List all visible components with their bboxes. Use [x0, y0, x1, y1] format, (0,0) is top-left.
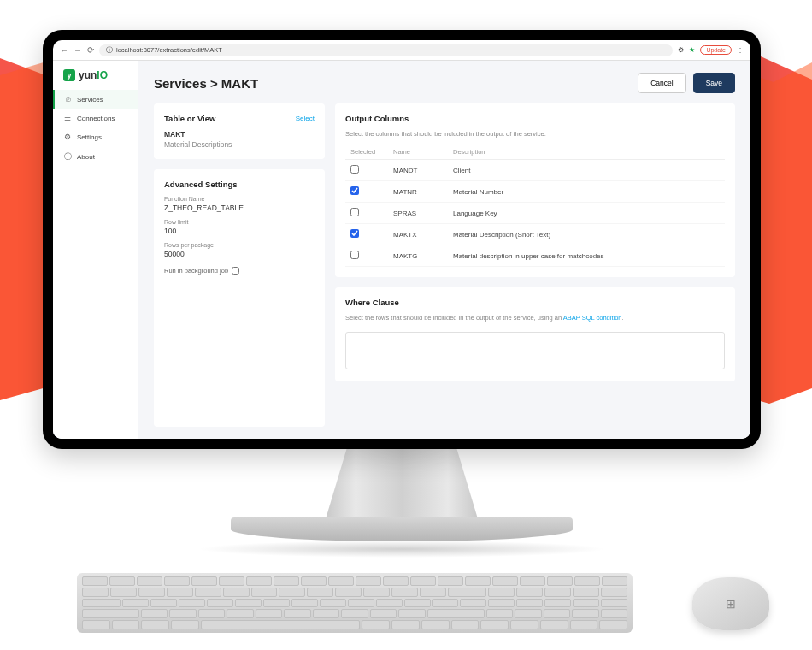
column-desc: Client	[448, 160, 725, 181]
column-desc: Material Description (Short Text)	[448, 224, 725, 245]
output-columns-card: Output Columns Select the columns that s…	[335, 103, 735, 277]
th-desc: Description	[448, 145, 725, 160]
run-background-row[interactable]: Run in background job	[164, 267, 315, 275]
columns-table: Selected Name Description MANDTClientMAT…	[345, 145, 725, 267]
rpp-value: 50000	[164, 250, 315, 258]
monitor-frame: ← → ⟳ ⓘ localhost:8077/extractions/edit/…	[43, 30, 761, 449]
sidebar-item-label: Settings	[77, 133, 102, 141]
rowlimit-value: 100	[164, 227, 315, 235]
logo: y yunIO	[53, 61, 138, 90]
table-name: MAKT	[164, 130, 315, 139]
about-icon: ⓘ	[63, 151, 72, 162]
column-name: MANDT	[388, 160, 448, 181]
url-bar[interactable]: ⓘ localhost:8077/extractions/edit/MAKT	[99, 44, 673, 56]
star-icon[interactable]: ★	[689, 46, 695, 54]
run-background-checkbox[interactable]	[232, 267, 239, 275]
menu-icon[interactable]: ⋮	[737, 46, 744, 54]
function-value: Z_THEO_READ_TABLE	[164, 204, 315, 212]
monitor-shadow	[197, 541, 607, 558]
card-subtitle: Select the columns that should be includ…	[345, 130, 725, 138]
info-icon: ⓘ	[106, 46, 113, 55]
logo-icon: y	[63, 69, 75, 81]
abap-sql-link[interactable]: ABAP SQL condition	[563, 314, 622, 322]
save-button[interactable]: Save	[693, 73, 735, 93]
rpp-label: Rows per package	[164, 242, 315, 248]
logo-text-2: IO	[97, 69, 108, 81]
table-view-card: Table or View Select MAKT Material Descr…	[154, 103, 325, 159]
back-icon[interactable]: ←	[60, 45, 68, 55]
rowlimit-label: Row limit	[164, 219, 315, 225]
column-desc: Language Key	[448, 203, 725, 224]
connections-icon: ☰	[63, 114, 72, 122]
column-checkbox[interactable]	[350, 208, 359, 216]
services-icon: ⎚	[63, 95, 72, 103]
update-button[interactable]: Update	[700, 45, 732, 55]
card-title: Advanced Settings	[164, 180, 238, 189]
mouse	[692, 577, 769, 630]
sidebar-item-label: Services	[77, 96, 103, 103]
advanced-settings-card: Advanced Settings Function Name Z_THEO_R…	[154, 169, 325, 427]
table-row: SPRASLanguage Key	[345, 203, 725, 224]
column-desc: Material Number	[448, 181, 725, 203]
where-clause-card: Where Clause Select the rows that should…	[335, 287, 735, 381]
settings-icon: ⚙	[63, 133, 72, 141]
run-background-label: Run in background job	[164, 267, 228, 275]
app-root: y yunIO ⎚ Services ☰ Connections ⚙ Setti…	[53, 61, 750, 439]
column-checkbox[interactable]	[350, 165, 359, 174]
breadcrumb: Services > MAKT	[154, 76, 258, 91]
sidebar-item-label: Connections	[77, 115, 115, 122]
table-row: MAKTGMaterial description in upper case …	[345, 245, 725, 267]
column-name: MAKTX	[388, 224, 448, 245]
column-checkbox[interactable]	[350, 251, 359, 259]
where-clause-input[interactable]	[345, 332, 725, 369]
url-text: localhost:8077/extractions/edit/MAKT	[116, 46, 222, 54]
column-name: MAKTG	[388, 245, 448, 267]
sidebar-item-about[interactable]: ⓘ About	[53, 146, 138, 168]
monitor-stand-neck	[325, 445, 479, 522]
th-selected: Selected	[345, 145, 388, 160]
sidebar: y yunIO ⎚ Services ☰ Connections ⚙ Setti…	[53, 61, 138, 439]
logo-text-1: yun	[79, 69, 97, 81]
column-checkbox[interactable]	[350, 186, 359, 195]
table-row: MAKTXMaterial Description (Short Text)	[345, 224, 725, 245]
card-title: Output Columns	[345, 114, 409, 123]
main-content: Services > MAKT Cancel Save Table or Vie…	[138, 61, 750, 439]
sidebar-item-settings[interactable]: ⚙ Settings	[53, 127, 138, 146]
browser-toolbar: ← → ⟳ ⓘ localhost:8077/extractions/edit/…	[53, 40, 750, 61]
keyboard	[77, 573, 633, 633]
column-checkbox[interactable]	[350, 229, 359, 238]
column-desc: Material description in upper case for m…	[448, 245, 725, 267]
card-subtitle: Select the rows that should be included …	[345, 314, 725, 322]
table-row: MANDTClient	[345, 160, 725, 181]
column-name: MATNR	[388, 181, 448, 203]
column-name: SPRAS	[388, 203, 448, 224]
select-link[interactable]: Select	[296, 115, 315, 122]
reload-icon[interactable]: ⟳	[87, 45, 94, 55]
page-header: Services > MAKT Cancel Save	[154, 73, 735, 93]
function-label: Function Name	[164, 196, 315, 202]
sidebar-item-services[interactable]: ⎚ Services	[53, 90, 138, 109]
table-desc: Material Descriptions	[164, 140, 315, 149]
table-row: MATNRMaterial Number	[345, 181, 725, 203]
card-title: Table or View	[164, 114, 215, 123]
settings-icon[interactable]: ⚙	[678, 46, 684, 54]
th-name: Name	[388, 145, 448, 160]
forward-icon[interactable]: →	[74, 45, 82, 55]
monitor-stand-base	[231, 517, 573, 541]
card-title: Where Clause	[345, 298, 399, 307]
cancel-button[interactable]: Cancel	[638, 73, 685, 93]
sidebar-item-label: About	[77, 153, 95, 161]
sidebar-item-connections[interactable]: ☰ Connections	[53, 109, 138, 127]
screen: ← → ⟳ ⓘ localhost:8077/extractions/edit/…	[53, 40, 750, 439]
